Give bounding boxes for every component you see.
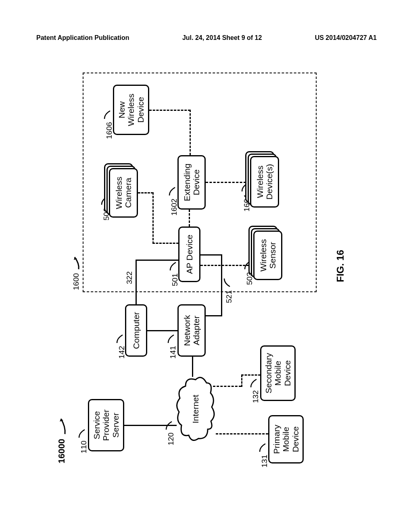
hook-icon <box>169 261 177 271</box>
conn-dashed <box>216 433 268 434</box>
conn-dashed <box>206 182 246 183</box>
conn <box>124 425 177 426</box>
hook-icon <box>169 186 177 196</box>
ref-1600: 1600 <box>72 252 81 290</box>
ref-1606: 1606 <box>104 109 114 139</box>
hook-icon <box>116 333 124 344</box>
node-network-adapter: Network Adapter <box>177 304 206 357</box>
figure-caption: FIG. 16 <box>335 250 346 282</box>
conn <box>147 330 178 331</box>
header-mid: Jul. 24, 2014 Sheet 9 of 12 <box>182 34 262 42</box>
page-header: Patent Application Publication Jul. 24, … <box>0 34 413 42</box>
hook-icon <box>223 278 232 288</box>
node-ap-device: AP Device <box>178 227 200 282</box>
ref-110: 110 <box>78 428 88 453</box>
conn-dashed <box>241 375 242 387</box>
conn <box>206 315 222 316</box>
conn-dashed <box>149 110 190 111</box>
figure-container: 16000 110 Service Provider Server 120 In… <box>48 69 367 468</box>
conn-dashed <box>189 210 190 227</box>
conn <box>136 260 137 304</box>
node-service-provider: Service Provider Server <box>88 399 124 451</box>
hook-icon <box>167 333 175 344</box>
label-system: 16000 <box>56 413 67 463</box>
node-secondary-mobile: Secondary Mobile Device <box>260 345 296 401</box>
ref-132: 132 <box>250 378 260 403</box>
node-internet: Internet <box>173 375 218 443</box>
internet-label: Internet <box>173 375 218 443</box>
conn-dashed <box>138 192 153 193</box>
conn-dashed <box>200 265 249 266</box>
conn-dashed <box>152 243 179 244</box>
node-wireless-devices: Wireless Device(s) <box>250 151 282 208</box>
node-new-wireless: New Wireless Device <box>113 85 149 135</box>
node-wireless-camera: Wireless Camera <box>109 163 139 218</box>
header-right: US 2014/0204727 A1 <box>315 34 377 42</box>
ref-131: 131 <box>259 442 269 468</box>
conn-dashed <box>213 386 241 387</box>
arrow-icon <box>72 252 81 270</box>
conn <box>221 255 222 316</box>
conn <box>200 254 222 256</box>
hook-icon <box>78 428 86 438</box>
ref-322: 322 <box>125 271 134 284</box>
arrow-icon <box>58 413 67 435</box>
hook-icon <box>104 109 112 120</box>
conn-dashed <box>152 192 154 244</box>
rotated-canvas: 16000 110 Service Provider Server 120 In… <box>48 69 367 468</box>
ref-141: 141 <box>167 333 177 359</box>
hook-icon <box>250 378 258 388</box>
ref-521: 521 <box>223 278 234 303</box>
header-left: Patent Application Publication <box>36 34 129 42</box>
node-wireless-sensor: Wireless Sensor <box>253 226 285 280</box>
conn-dashed <box>241 374 261 376</box>
node-computer: Computer <box>125 304 147 357</box>
node-primary-mobile: Primary Mobile Device <box>268 415 304 463</box>
conn-dashed <box>190 110 191 155</box>
hook-icon <box>259 442 267 453</box>
node-extending-device: Extending Device <box>177 155 206 210</box>
conn <box>192 357 193 377</box>
